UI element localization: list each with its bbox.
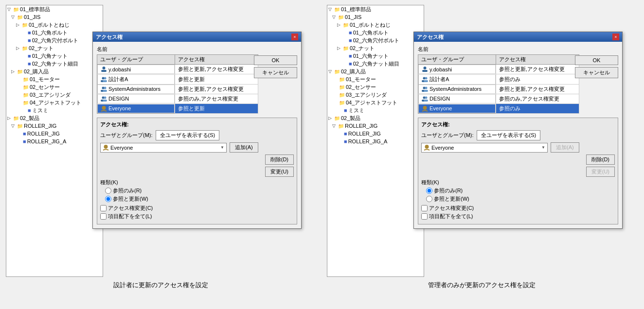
left-delete-button[interactable]: 削除(D) [265, 154, 294, 165]
right-radio-update[interactable] [426, 196, 432, 202]
right-radio-update-label: 参照と更新(W) [434, 195, 469, 203]
left-dialog-close[interactable]: × [291, 34, 298, 40]
tree-item[interactable]: ■01_六角ボルト [327, 29, 424, 36]
table-row[interactable]: SystemAdministrators 参照と更新,アクセス権変更 [418, 85, 579, 94]
tree-item[interactable]: 📁03_エアシリンダ [327, 91, 424, 99]
left-access-cell: 参照と更新,アクセス権変更 [175, 85, 258, 94]
right-access-section: アクセス権: ユーザとグループ(M): 全ユーザを表示する(S) Everyon… [418, 118, 618, 224]
tree-item[interactable]: 📁01_モーター [6, 75, 103, 83]
tree-item[interactable]: 📁02_センサー [6, 83, 103, 91]
tree-item[interactable]: ▽📁ROLLER_JIG [6, 122, 103, 130]
tree-item[interactable]: ■02_六角ナット細目 [6, 60, 103, 68]
tree-item[interactable]: 📁02_センサー [327, 83, 424, 91]
tree-item[interactable]: ▷📁02_製品 [6, 114, 103, 122]
left-dropdown-value: Everyone [110, 145, 133, 151]
left-add-button[interactable]: 追加(A) [230, 142, 258, 153]
table-row[interactable]: y.dobashi 参照と更新,アクセス権変更 [418, 65, 579, 74]
table-row[interactable]: DESIGN 参照のみ,アクセス権変更 [97, 94, 258, 104]
right-radio-readonly-row[interactable]: 参照のみ(R) [426, 187, 615, 194]
tree-item[interactable]: ▽📁01_JIS [327, 13, 424, 21]
tree-item[interactable]: ▷📁02_購入品 [6, 68, 103, 75]
tree-item[interactable]: ■02_六角穴付ボルト [327, 36, 424, 44]
left-th-access: アクセス権 [175, 55, 258, 65]
left-user-cell: y.dobashi [97, 65, 175, 74]
left-user-group-label: ユーザとグループ(M): [100, 132, 153, 139]
tree-item[interactable]: ■ROLLER_JIG [6, 130, 103, 137]
right-dialog-title: アクセス権 [417, 34, 444, 41]
svg-rect-5 [103, 80, 107, 82]
right-cancel-button[interactable]: キャンセル [575, 67, 618, 78]
table-row[interactable]: y.dobashi 参照と更新,アクセス権変更 [97, 65, 258, 74]
tree-item[interactable]: ■01_六角ナット [6, 52, 103, 60]
right-checkbox-all-row[interactable]: 項目配下を全て(L) [421, 213, 615, 220]
tree-item[interactable]: ▽📁01_JIS [6, 13, 103, 21]
tree-item[interactable]: 📁03_エアシリンダ [6, 91, 103, 99]
table-row[interactable]: 設計者A 参照のみ [418, 74, 579, 85]
tree-item[interactable]: ■ROLLER_JIG [327, 130, 424, 137]
tree-item[interactable]: ■ミスミ [6, 106, 103, 114]
tree-item[interactable]: ▷📁02_製品 [327, 114, 424, 122]
right-delete-button[interactable]: 削除(D) [586, 154, 615, 165]
tree-item[interactable]: 📁04_アジャストフット [6, 99, 103, 106]
right-radio-readonly[interactable] [426, 188, 432, 194]
right-add-button[interactable]: 追加(A) [551, 142, 579, 153]
right-checkbox-access-row[interactable]: アクセス権変更(C) [421, 205, 615, 212]
tree-item[interactable]: ■ROLLER_JIG_A [327, 137, 424, 145]
right-checkbox-access[interactable] [421, 205, 428, 211]
tree-item[interactable]: ■02_六角ナット細目 [327, 60, 424, 68]
left-checkbox-all-row[interactable]: 項目配下を全て(L) [100, 213, 294, 220]
table-row[interactable]: SystemAdministrators 参照と更新,アクセス権変更 [97, 85, 258, 94]
left-radio-readonly-row[interactable]: 参照のみ(R) [105, 187, 294, 194]
left-checkbox-all[interactable] [100, 213, 107, 220]
table-row[interactable]: DESIGN 参照のみ,アクセス権変更 [418, 94, 579, 104]
tree-item[interactable]: ▷📁02_ナット [327, 44, 424, 52]
right-checkbox-all[interactable] [421, 213, 428, 220]
right-access-cell: 参照と更新,アクセス権変更 [496, 85, 579, 94]
left-access-section: アクセス権: ユーザとグループ(M): 全ユーザを表示する(S) Everyon… [97, 118, 297, 224]
right-change-button[interactable]: 変更(U) [586, 167, 615, 177]
left-ok-button[interactable]: OK [254, 55, 297, 65]
right-show-all-button[interactable]: 全ユーザを表示する(S) [477, 130, 541, 140]
left-cancel-button[interactable]: キャンセル [254, 67, 297, 78]
tree-item[interactable]: ■ROLLER_JIG_A [6, 137, 103, 145]
tree-item[interactable]: ■01_六角ナット [327, 52, 424, 60]
right-access-table: ユーザ・グループ アクセス権 y.dobashi 参照と更新,アクセス権変更 [418, 54, 579, 114]
tree-item[interactable]: ▷📁01_ボルトとねじ [327, 21, 424, 29]
right-dialog-close[interactable]: × [612, 34, 619, 40]
left-access-cell: 参照と更新,アクセス権変更 [175, 65, 258, 74]
tree-item[interactable]: ▷📁01_ボルトとねじ [6, 21, 103, 29]
left-radio-update-row[interactable]: 参照と更新(W) [105, 195, 294, 203]
left-tree-panel: ▽📁01_標準部品 ▽📁01_JIS ▷📁01_ボルトとねじ ■01_六角ボルト… [6, 5, 103, 277]
right-dropdown-arrow: ▼ [541, 145, 545, 150]
left-checkbox-access[interactable] [100, 205, 107, 211]
left-checkbox-access-row[interactable]: アクセス権変更(C) [100, 205, 294, 212]
svg-point-0 [103, 67, 106, 69]
tree-item[interactable]: 📁04_アジャストフット [327, 99, 424, 106]
left-dialog-titlebar: アクセス権 × [93, 32, 301, 42]
tree-item[interactable]: ▽📁02_購入品 [327, 68, 424, 75]
right-user-cell: Everyone [418, 104, 496, 113]
tree-item[interactable]: ▽📁ROLLER_JIG [327, 122, 424, 130]
left-show-all-button[interactable]: 全ユーザを表示する(S) [156, 130, 220, 140]
tree-item[interactable]: 📁01_モーター [327, 75, 424, 83]
left-radio-update[interactable] [105, 196, 111, 202]
svg-rect-21 [424, 80, 428, 82]
table-row[interactable]: 設計者A 参照と更新 [97, 74, 258, 85]
tree-item[interactable]: ▽📁01_標準部品 [6, 5, 103, 13]
tree-item[interactable]: ▽📁01_標準部品 [327, 5, 424, 13]
right-user-dropdown[interactable]: Everyone ▼ [421, 143, 548, 153]
table-row[interactable]: Everyone 参照と更新 [97, 104, 258, 114]
tree-item[interactable]: ■02_六角穴付ボルト [6, 36, 103, 44]
left-radio-readonly[interactable] [105, 188, 111, 194]
tree-item[interactable]: ▷📁02_ナット [6, 44, 103, 52]
table-row[interactable]: Everyone 参照のみ [418, 104, 579, 114]
left-user-dropdown[interactable]: Everyone ▼ [100, 143, 227, 153]
tree-item[interactable]: ■01_六角ボルト [6, 29, 103, 36]
right-kind-label: 種類(K) [421, 179, 615, 186]
left-change-button[interactable]: 変更(U) [265, 167, 294, 177]
left-name-label: 名前 [97, 46, 258, 53]
tree-item[interactable]: ■ミスミ [327, 106, 424, 114]
right-radio-update-row[interactable]: 参照と更新(W) [426, 195, 615, 203]
svg-point-23 [425, 86, 428, 89]
right-ok-button[interactable]: OK [575, 55, 618, 65]
